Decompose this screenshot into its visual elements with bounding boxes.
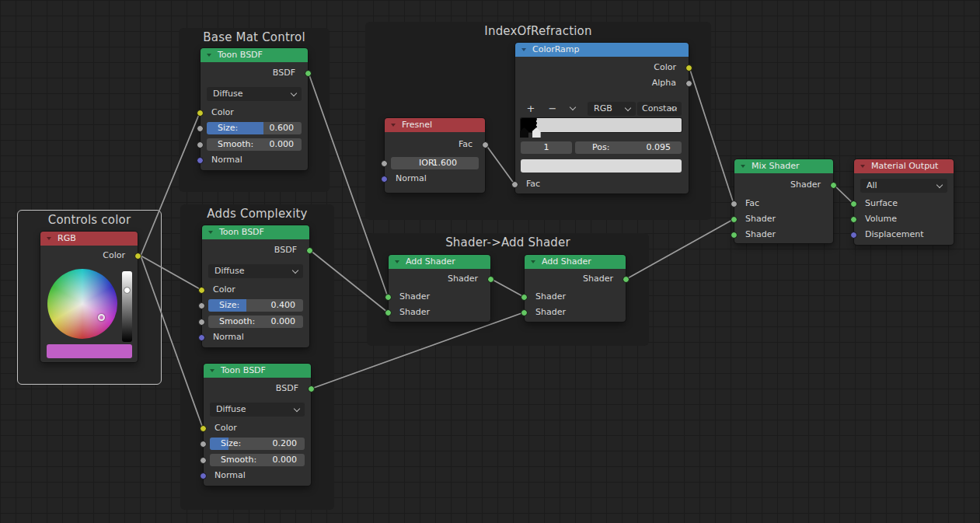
collapse-arrow-icon[interactable] bbox=[391, 124, 396, 127]
socket-input-size[interactable] bbox=[198, 302, 205, 309]
ramp-stop-0[interactable] bbox=[520, 127, 528, 138]
socket-input-volume[interactable] bbox=[850, 216, 857, 223]
node-header[interactable]: Toon BSDF bbox=[201, 48, 308, 62]
socket-output-color[interactable] bbox=[134, 253, 141, 260]
collapse-arrow-icon[interactable] bbox=[741, 165, 745, 168]
socket-output-bsdf[interactable] bbox=[308, 385, 315, 392]
node-header[interactable]: Mix Shader bbox=[734, 159, 833, 173]
node-mix-shader[interactable]: Mix Shader Shader Fac Shader Shader bbox=[734, 159, 833, 243]
node-header[interactable]: Fresnel bbox=[385, 118, 485, 132]
node-fresnel[interactable]: Fresnel Fac IOR: 1.600 Normal bbox=[385, 118, 485, 193]
smooth-slider[interactable]: Smooth:0.000 bbox=[207, 138, 302, 151]
node-toon-bsdf-1[interactable]: Toon BSDF BSDF Diffuse Color Size:0.600 … bbox=[201, 48, 308, 170]
collapse-arrow-icon[interactable] bbox=[531, 260, 535, 263]
color-swatch[interactable] bbox=[47, 344, 132, 358]
stop-position-field[interactable]: Pos: 0.095 bbox=[575, 141, 682, 154]
node-header[interactable]: Toon BSDF bbox=[202, 225, 309, 239]
remove-stop-button[interactable]: − bbox=[543, 102, 562, 115]
collapse-arrow-icon[interactable] bbox=[208, 231, 213, 234]
ramp-options-button[interactable] bbox=[563, 102, 582, 115]
socket-output-alpha[interactable] bbox=[685, 80, 692, 87]
socket-input-color[interactable] bbox=[198, 287, 205, 294]
ramp-stop-1[interactable] bbox=[532, 127, 541, 138]
node-link:add_shader_1.Shader->add_shader_2.Shader_1[interactable] bbox=[491, 279, 524, 297]
node-add-shader-2[interactable]: Add Shader Shader Shader Shader bbox=[525, 255, 626, 322]
node-header[interactable]: Material Output bbox=[854, 159, 954, 173]
node-add-shader-1[interactable]: Add Shader Shader Shader Shader bbox=[389, 255, 490, 322]
collapse-arrow-icon[interactable] bbox=[521, 48, 526, 51]
socket-output-bsdf[interactable] bbox=[305, 70, 312, 77]
socket-input-size[interactable] bbox=[197, 125, 204, 132]
node-link:rgb.Color->toon1.Color[interactable] bbox=[141, 113, 200, 256]
socket-input-shader-2[interactable] bbox=[731, 232, 738, 239]
node-header[interactable]: Toon BSDF bbox=[204, 364, 311, 378]
socket-input-surface[interactable] bbox=[850, 200, 857, 207]
node-header[interactable]: Add Shader bbox=[525, 255, 626, 269]
interpolation-dropdown[interactable]: Constan bbox=[637, 102, 682, 116]
collapse-arrow-icon[interactable] bbox=[47, 237, 51, 240]
socket-input-shader-2[interactable] bbox=[385, 309, 392, 316]
collapse-arrow-icon[interactable] bbox=[207, 54, 211, 57]
socket-input-normal[interactable] bbox=[200, 472, 207, 479]
value-slider-handle[interactable] bbox=[124, 287, 131, 294]
node-header[interactable]: ColorRamp bbox=[515, 43, 689, 57]
collapse-arrow-icon[interactable] bbox=[210, 369, 214, 372]
socket-input-fac[interactable] bbox=[511, 181, 518, 188]
node-colorramp[interactable]: ColorRamp Color Alpha + − RGB Constan 1 … bbox=[515, 43, 689, 194]
color-wheel-cursor[interactable] bbox=[98, 314, 105, 321]
component-dropdown[interactable]: Diffuse bbox=[207, 87, 302, 101]
smooth-slider[interactable]: Smooth:0.000 bbox=[210, 454, 305, 466]
color-wheel[interactable] bbox=[47, 269, 117, 339]
socket-output-shader[interactable] bbox=[623, 276, 630, 283]
value-slider[interactable] bbox=[122, 271, 132, 342]
socket-input-normal[interactable] bbox=[381, 176, 388, 183]
node-toon-bsdf-2[interactable]: Toon BSDF BSDF Diffuse Color Size:0.400 … bbox=[202, 225, 309, 347]
ior-field[interactable]: IOR: 1.600 bbox=[391, 157, 479, 169]
size-slider[interactable]: Size:0.400 bbox=[208, 299, 303, 312]
socket-output-color[interactable] bbox=[685, 65, 692, 71]
node-link:add_shader_2.Shader->mix_shader.Shader_1[interactable] bbox=[626, 219, 734, 279]
node-link:toon3.BSDF->add_shader_2.Shader_2[interactable] bbox=[312, 312, 524, 389]
socket-input-size[interactable] bbox=[200, 441, 207, 448]
socket-input-ior[interactable] bbox=[381, 160, 388, 167]
socket-input-smooth[interactable] bbox=[197, 141, 204, 148]
socket-output-shader[interactable] bbox=[487, 276, 494, 283]
node-editor-canvas[interactable]: { "frames": { "base_mat_control": {"labe… bbox=[0, 0, 980, 523]
component-dropdown[interactable]: Diffuse bbox=[208, 264, 303, 278]
socket-output-bsdf[interactable] bbox=[306, 247, 313, 254]
node-link:toon2.BSDF->add_shader_1.Shader_2[interactable] bbox=[310, 250, 388, 312]
node-toon-bsdf-3[interactable]: Toon BSDF BSDF Diffuse Color Size:0.200 … bbox=[204, 364, 311, 486]
collapse-arrow-icon[interactable] bbox=[395, 260, 399, 263]
socket-output-fac[interactable] bbox=[482, 141, 489, 148]
socket-input-normal[interactable] bbox=[197, 157, 204, 164]
socket-input-shader-1[interactable] bbox=[385, 294, 392, 301]
add-stop-button[interactable]: + bbox=[521, 102, 540, 115]
node-link:toon1.BSDF->add_shader_1.Shader_1[interactable] bbox=[309, 73, 388, 297]
socket-input-color[interactable] bbox=[200, 425, 207, 432]
socket-output-shader[interactable] bbox=[830, 182, 837, 189]
node-material-output[interactable]: Material Output All Surface Volume Displ… bbox=[854, 159, 954, 245]
node-link:fresnel.Fac->colorramp.Fac[interactable] bbox=[486, 145, 514, 184]
node-header[interactable]: RGB bbox=[40, 232, 138, 246]
stop-index-field[interactable]: 1 bbox=[521, 141, 572, 154]
target-dropdown[interactable]: All bbox=[860, 179, 947, 193]
color-mode-dropdown[interactable]: RGB bbox=[588, 102, 636, 116]
smooth-slider[interactable]: Smooth:0.000 bbox=[208, 316, 303, 328]
socket-input-shader-1[interactable] bbox=[731, 216, 738, 223]
stop-color-swatch[interactable] bbox=[521, 159, 682, 173]
node-link:rgb.Color->toon2.Color[interactable] bbox=[141, 256, 201, 290]
size-slider[interactable]: Size:0.200 bbox=[210, 438, 305, 450]
socket-input-color[interactable] bbox=[197, 110, 204, 117]
node-rgb[interactable]: RGB Color bbox=[40, 232, 138, 362]
socket-input-shader-2[interactable] bbox=[521, 309, 528, 316]
node-link:colorramp.Color->mix_shader.Fac[interactable] bbox=[689, 68, 734, 204]
socket-input-shader-1[interactable] bbox=[521, 294, 528, 301]
socket-input-displacement[interactable] bbox=[850, 232, 857, 239]
socket-input-smooth[interactable] bbox=[198, 319, 205, 326]
node-header[interactable]: Add Shader bbox=[389, 255, 490, 269]
component-dropdown[interactable]: Diffuse bbox=[210, 403, 305, 417]
size-slider[interactable]: Size:0.600 bbox=[207, 122, 302, 134]
socket-input-fac[interactable] bbox=[731, 200, 738, 207]
collapse-arrow-icon[interactable] bbox=[860, 165, 865, 168]
color-ramp-gradient[interactable] bbox=[521, 118, 682, 132]
